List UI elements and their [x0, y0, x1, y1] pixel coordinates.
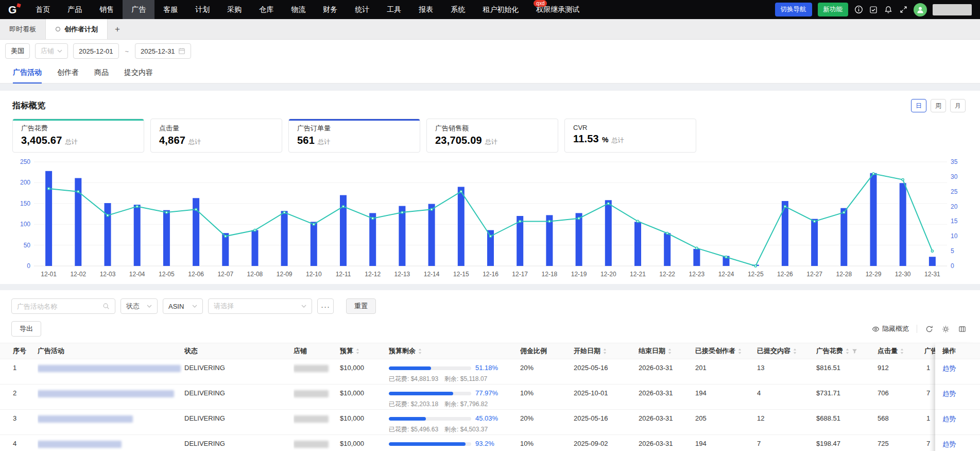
svg-text:12-30: 12-30 — [895, 271, 911, 278]
status-select[interactable]: 状态 — [121, 298, 158, 314]
section-tab-0[interactable]: 广告活动 — [13, 62, 42, 83]
hide-overview-toggle[interactable]: 隐藏概览 — [872, 324, 909, 333]
fullscreen-icon[interactable] — [899, 5, 908, 14]
metric-card-value: 561 — [297, 135, 315, 146]
add-tab-button[interactable]: + — [108, 19, 127, 39]
value-select[interactable]: 请选择 — [208, 298, 312, 314]
svg-text:50: 50 — [24, 242, 31, 249]
column-settings-button[interactable] — [958, 325, 967, 333]
metric-card-1[interactable]: 点击量4,867总计 — [150, 119, 282, 153]
bell-icon[interactable] — [884, 5, 893, 14]
asin-select[interactable]: ASIN — [163, 298, 203, 314]
trend-link[interactable]: 趋势 — [942, 440, 956, 448]
metric-card-3[interactable]: 广告销售额23,705.09总计 — [426, 119, 558, 153]
nav-item-label: 财务 — [323, 5, 337, 13]
sort-icon — [845, 347, 850, 355]
col-header-label: 已接受创作者 — [695, 346, 735, 356]
nav-item-11[interactable]: 工具 — [378, 0, 410, 19]
cell-idx: 4 — [0, 435, 38, 451]
page-tabbar: 即时看板创作者计划 + — [0, 19, 980, 40]
refresh-button[interactable] — [925, 325, 934, 333]
date-end-input[interactable]: 2025-12-31 — [135, 43, 191, 59]
task-check-icon[interactable] — [869, 5, 878, 14]
col-header-label: 预算 — [340, 346, 353, 356]
export-button[interactable]: 导出 — [11, 321, 41, 337]
col-header-clicks[interactable]: 点击量 — [878, 343, 916, 359]
cell-clicks: 568 — [878, 410, 916, 435]
campaign-search-input[interactable] — [17, 303, 99, 310]
switch-nav-button[interactable]: 切换导航 — [775, 3, 812, 16]
filter-funnel-icon — [852, 348, 857, 354]
settings-button[interactable] — [941, 325, 950, 333]
nav-item-7[interactable]: 仓库 — [250, 0, 282, 19]
shop-name-redacted — [294, 441, 329, 448]
period-button-2[interactable]: 月 — [950, 99, 966, 112]
section-tab-1[interactable]: 创作者 — [57, 62, 79, 83]
cell-status: DELIVERING — [184, 435, 294, 451]
progress-percent: 51.18% — [475, 364, 498, 372]
cell-shop — [294, 410, 340, 435]
page-tab-label: 创作者计划 — [64, 25, 98, 34]
metric-card-label: 广告订单量 — [297, 124, 411, 133]
campaign-search-input-wrap[interactable] — [11, 298, 115, 314]
nav-item-12[interactable]: 报表 — [410, 0, 442, 19]
col-header-creators[interactable]: 已接受创作者 — [695, 343, 757, 359]
cell-remain: 77.97%已花费: $2,203.18剩余: $7,796.82 — [389, 385, 520, 409]
nav-item-13[interactable]: 系统 — [442, 0, 474, 19]
svg-text:12-24: 12-24 — [718, 271, 734, 278]
cell-end: 2026-03-31 — [639, 385, 695, 409]
col-header-spend[interactable]: 广告花费 — [816, 343, 878, 359]
nav-item-8[interactable]: 物流 — [282, 0, 314, 19]
nav-item-6[interactable]: 采购 — [218, 0, 250, 19]
metric-card-4[interactable]: CVR11.53%总计 — [564, 119, 696, 153]
country-select[interactable]: 美国 — [5, 43, 30, 59]
section-tab-2[interactable]: 商品 — [94, 62, 109, 83]
page-tab-0[interactable]: 即时看板 — [0, 19, 46, 39]
col-header-remain[interactable]: 预算剩余 — [389, 343, 520, 359]
nav-item-4[interactable]: 客服 — [154, 0, 186, 19]
nav-item-label: 系统 — [451, 5, 465, 13]
reset-button[interactable]: 重置 — [346, 298, 376, 314]
col-header-start[interactable]: 开始日期 — [574, 343, 639, 359]
shop-select[interactable]: 店铺 — [35, 43, 68, 59]
trend-link[interactable]: 趋势 — [942, 415, 956, 423]
budget-progress: 45.03% — [389, 414, 516, 422]
nav-item-10[interactable]: 统计 — [346, 0, 378, 19]
col-header-submissions[interactable]: 已提交内容 — [757, 343, 816, 359]
nav-item-2[interactable]: 销售 — [91, 0, 123, 19]
col-header-budget[interactable]: 预算 — [340, 343, 389, 359]
progress-track — [389, 392, 471, 395]
more-filters-button[interactable]: ··· — [317, 298, 334, 314]
date-start-input[interactable]: 2025-12-01 — [73, 43, 119, 59]
new-feature-button[interactable]: 新功能 — [818, 3, 849, 16]
nav-item-0[interactable]: 首页 — [27, 0, 59, 19]
metric-card-2[interactable]: 广告订单量561总计 — [288, 119, 420, 153]
app-logo[interactable]: G — [8, 0, 21, 19]
nav-item-badge: qxd — [534, 0, 547, 7]
info-icon[interactable] — [854, 5, 863, 14]
nav-item-15[interactable]: 权限继承测试qxd — [527, 0, 588, 19]
section-tab-3[interactable]: 提交内容 — [124, 62, 153, 83]
nav-item-9[interactable]: 财务 — [314, 0, 346, 19]
campaign-name-redacted[interactable] — [38, 415, 133, 423]
chevron-down-icon — [147, 305, 152, 308]
username-redacted[interactable] — [933, 4, 972, 15]
nav-item-14[interactable]: 租户初始化 — [474, 0, 527, 19]
period-button-0[interactable]: 日 — [911, 99, 926, 112]
col-header-end[interactable]: 结束日期 — [639, 343, 695, 359]
campaign-name-redacted[interactable] — [38, 390, 174, 397]
period-button-1[interactable]: 周 — [931, 99, 946, 112]
campaign-name-redacted[interactable] — [38, 365, 181, 372]
calendar-icon — [178, 47, 185, 55]
page-tab-1[interactable]: 创作者计划 — [46, 19, 108, 39]
user-avatar[interactable] — [914, 3, 927, 16]
nav-item-5[interactable]: 计划 — [186, 0, 218, 19]
campaign-name-redacted[interactable] — [38, 441, 122, 448]
nav-item-3[interactable]: 广告 — [123, 0, 154, 19]
trend-link[interactable]: 趋势 — [942, 364, 956, 372]
nav-item-1[interactable]: 产品 — [59, 0, 91, 19]
svg-text:12-01: 12-01 — [41, 271, 57, 278]
svg-text:12-18: 12-18 — [542, 271, 558, 278]
trend-link[interactable]: 趋势 — [942, 390, 956, 397]
metric-card-0[interactable]: 广告花费3,405.67总计 — [12, 119, 144, 153]
